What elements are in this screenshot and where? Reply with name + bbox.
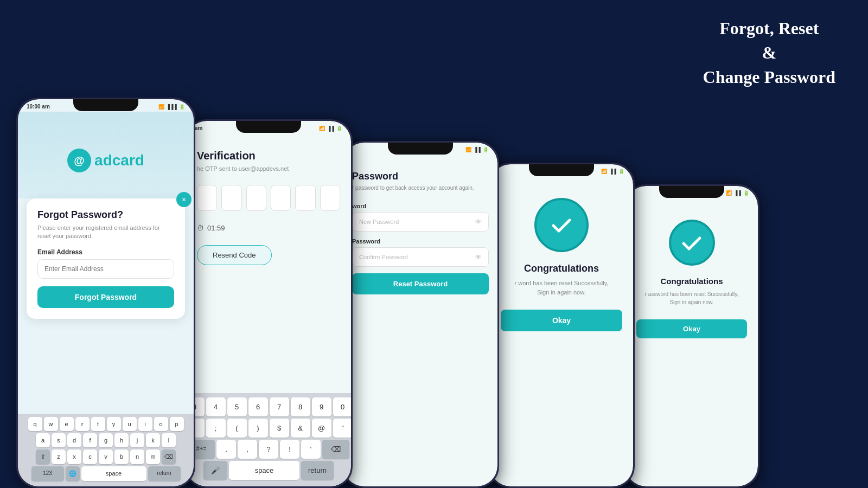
keyboard-row-4: 123 🌐 space return xyxy=(20,466,192,481)
key2-6[interactable]: 6 xyxy=(248,397,268,416)
key2-8[interactable]: 8 xyxy=(291,397,310,416)
key-r[interactable]: r xyxy=(75,417,90,431)
key2-4[interactable]: 4 xyxy=(206,397,226,416)
key-b[interactable]: b xyxy=(114,450,129,464)
key-a[interactable]: a xyxy=(36,433,50,447)
otp-box-4[interactable] xyxy=(271,185,291,211)
page-title: Forgot, Reset & Change Password xyxy=(703,16,835,89)
key2-dot[interactable]: . xyxy=(216,440,236,459)
key-y[interactable]: y xyxy=(107,417,121,431)
okay-button[interactable]: Okay xyxy=(501,310,622,331)
otp-box-1[interactable] xyxy=(197,185,217,211)
new-password-placeholder: New Password xyxy=(359,219,399,225)
key-k[interactable]: k xyxy=(146,433,160,447)
phone2-screen: am 📶 ▐▐ 🔋 Verification he OTP sent to us… xyxy=(186,121,351,486)
otp-box-2[interactable] xyxy=(221,185,241,211)
keyboard2-row-4: 🎤 space return xyxy=(188,461,349,480)
key2-mic[interactable]: 🎤 xyxy=(203,461,227,480)
eye-icon-confirm: 👁 xyxy=(475,253,482,261)
key-i[interactable]: i xyxy=(138,417,152,431)
key2-lparen[interactable]: ( xyxy=(227,419,247,438)
timer-value: 01:59 xyxy=(207,224,225,232)
key-backspace[interactable]: ⌫ xyxy=(162,450,176,464)
email-input[interactable] xyxy=(37,259,174,279)
key-n[interactable]: n xyxy=(130,450,144,464)
reset-subtitle: r password to get back access your accou… xyxy=(352,184,489,192)
verification-subtitle: he OTP sent to user@appdevs.net xyxy=(197,165,340,172)
phone3-screen: 📶 ▐▐ 🔋 Password r password to get back a… xyxy=(343,143,497,486)
otp-box-3[interactable] xyxy=(246,185,266,211)
otp-box-5[interactable] xyxy=(295,185,315,211)
key-q[interactable]: q xyxy=(28,417,42,431)
key-u[interactable]: u xyxy=(123,417,137,431)
key-e[interactable]: e xyxy=(60,417,74,431)
confirm-password-label: Password xyxy=(352,238,489,245)
key-j[interactable]: j xyxy=(130,433,144,447)
key2-comma[interactable]: , xyxy=(238,440,257,459)
phone2-verification: am 📶 ▐▐ 🔋 Verification he OTP sent to us… xyxy=(184,119,353,488)
key2-5[interactable]: 5 xyxy=(227,397,247,416)
key2-question[interactable]: ? xyxy=(259,440,278,459)
okay-button2[interactable]: Okay xyxy=(636,319,747,338)
modal-close-button[interactable]: × xyxy=(176,192,192,207)
phone4-status-icons: 📶 ▐▐ 🔋 xyxy=(601,169,624,174)
key-o[interactable]: o xyxy=(154,417,168,431)
phone5-congratulations2: 📶 ▐▐ 🔋 Congratulations r assword has bee… xyxy=(624,184,760,488)
phone1-header: @ adcard xyxy=(18,112,194,198)
key-h[interactable]: h xyxy=(114,433,129,447)
key-w[interactable]: w xyxy=(44,417,58,431)
resend-code-button[interactable]: Resend Code xyxy=(197,245,272,265)
key-numbers[interactable]: 123 xyxy=(31,466,64,481)
key2-7[interactable]: 7 xyxy=(270,397,289,416)
key2-amp[interactable]: & xyxy=(291,419,310,438)
key-l[interactable]: l xyxy=(162,433,176,447)
key-g[interactable]: g xyxy=(99,433,113,447)
key-s[interactable]: s xyxy=(52,433,66,447)
key-space[interactable]: space xyxy=(81,466,146,481)
phone1-time: 10:00 am xyxy=(27,104,50,110)
timer-icon: ⏱ xyxy=(197,224,204,232)
phone1-notch xyxy=(73,99,138,111)
signal-icon5: ▐▐ xyxy=(734,190,741,196)
confirm-password-field[interactable]: Confirm Password 👁 xyxy=(352,247,489,267)
key-m[interactable]: m xyxy=(146,450,160,464)
key2-space[interactable]: space xyxy=(229,461,299,480)
reset-password-button[interactable]: Reset Password xyxy=(352,273,489,294)
forgot-password-button[interactable]: Forgot Password xyxy=(37,286,174,308)
key-p[interactable]: p xyxy=(170,417,184,431)
keyboard2-row-2: : ; ( ) $ & @ " xyxy=(188,419,349,438)
otp-box-6[interactable] xyxy=(320,185,340,211)
key2-0[interactable]: 0 xyxy=(333,397,352,416)
battery-icon2: 🔋 xyxy=(336,126,342,131)
key2-9[interactable]: 9 xyxy=(312,397,331,416)
key-return[interactable]: return xyxy=(148,466,181,481)
congratulations2-content: Congratulations r assword has been reset… xyxy=(626,198,758,349)
key-d[interactable]: d xyxy=(67,433,81,447)
key-t[interactable]: t xyxy=(91,417,105,431)
phone2-time: am xyxy=(195,125,202,131)
key2-quote[interactable]: " xyxy=(333,419,352,438)
key-z[interactable]: z xyxy=(52,450,66,464)
key2-semi[interactable]: ; xyxy=(206,419,226,438)
key2-dollar[interactable]: $ xyxy=(270,419,289,438)
key-f[interactable]: f xyxy=(83,433,97,447)
battery-icon3: 🔋 xyxy=(483,147,489,152)
reset-title: Password xyxy=(352,171,489,182)
key2-backspace[interactable]: ⌫ xyxy=(322,440,349,459)
key-x[interactable]: x xyxy=(67,450,81,464)
phone2-keyboard: 3 4 5 6 7 8 9 0 : ; ( ) $ & @ " xyxy=(186,393,351,486)
key2-apostrophe[interactable]: ' xyxy=(301,440,321,459)
adcard-logo-text: adcard xyxy=(94,152,144,169)
key-shift[interactable]: ⇧ xyxy=(36,450,50,464)
key2-return[interactable]: return xyxy=(301,461,334,480)
key-v[interactable]: v xyxy=(99,450,113,464)
key-c[interactable]: c xyxy=(83,450,97,464)
key-globe[interactable]: 🌐 xyxy=(66,466,80,481)
key2-rparen[interactable]: ) xyxy=(248,419,268,438)
new-password-field[interactable]: New Password 👁 xyxy=(352,212,489,232)
phone1-status-icons: 📶 ▐▐▐ 🔋 xyxy=(158,104,185,110)
battery-icon: 🔋 xyxy=(179,104,185,110)
key2-exclaim[interactable]: ! xyxy=(280,440,299,459)
adcard-logo: @ adcard xyxy=(67,149,144,172)
key2-at[interactable]: @ xyxy=(312,419,331,438)
